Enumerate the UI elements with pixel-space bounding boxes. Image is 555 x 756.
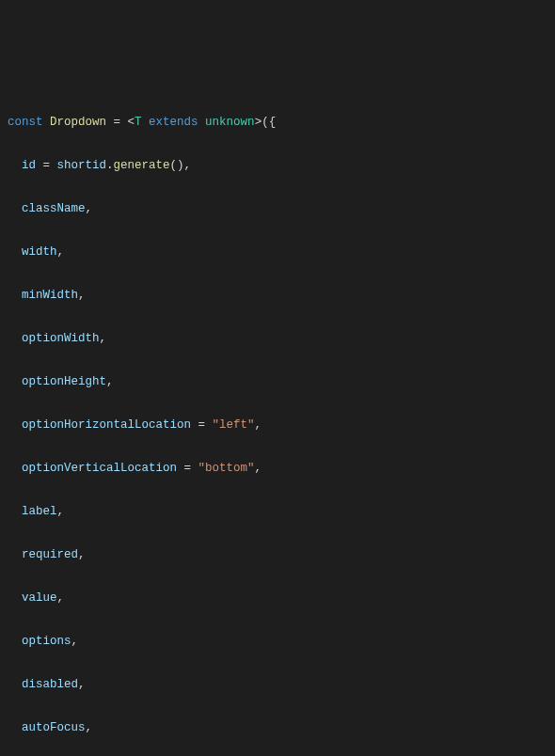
code-line: options, <box>0 631 555 653</box>
prop-optionVerticalLocation: optionVerticalLocation <box>22 462 177 475</box>
prop-autoFocus: autoFocus <box>22 721 86 734</box>
prop-id: id <box>22 159 36 172</box>
prop-label: label <box>22 505 57 518</box>
prop-options: options <box>22 635 71 648</box>
prop-disabled: disabled <box>22 678 78 691</box>
code-line: required, <box>0 544 555 566</box>
code-line: value, <box>0 588 555 609</box>
keyword-const: const <box>8 116 43 129</box>
prop-width: width <box>22 245 57 259</box>
code-line: id = shortid.generate(), <box>0 155 555 177</box>
code-line: optionHorizontalLocation = "left", <box>0 415 555 436</box>
string-left: "left" <box>213 418 255 432</box>
component-name: Dropdown <box>50 116 106 129</box>
code-line: optionHeight, <box>0 371 555 393</box>
code-line: label, <box>0 501 555 523</box>
code-editor[interactable]: const Dropdown = <T extends unknown>({ i… <box>0 90 555 756</box>
prop-value: value <box>22 591 57 605</box>
prop-className: className <box>22 202 86 215</box>
prop-minWidth: minWidth <box>22 289 78 302</box>
code-line: className, <box>0 198 555 220</box>
code-line: optionWidth, <box>0 328 555 350</box>
code-line: optionVerticalLocation = "bottom", <box>0 458 555 480</box>
code-line: minWidth, <box>0 285 555 307</box>
code-line: const Dropdown = <T extends unknown>({ <box>0 112 555 134</box>
prop-optionWidth: optionWidth <box>22 332 100 345</box>
code-line: autoFocus, <box>0 717 555 739</box>
prop-optionHorizontalLocation: optionHorizontalLocation <box>22 418 191 432</box>
generic-t: T <box>135 116 142 129</box>
string-bottom: "bottom" <box>198 462 255 475</box>
code-line: width, <box>0 242 555 263</box>
prop-required: required <box>22 548 78 561</box>
prop-optionHeight: optionHeight <box>22 375 106 388</box>
code-line: disabled, <box>0 674 555 696</box>
